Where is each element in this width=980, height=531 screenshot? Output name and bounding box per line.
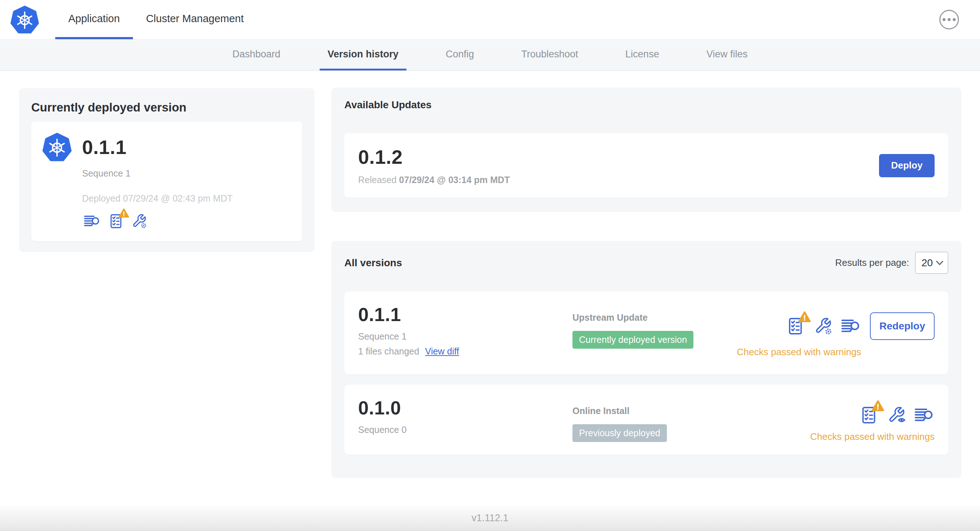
all-versions-title: All versions — [344, 257, 402, 269]
app-subnav: Dashboard Version history Config Trouble… — [0, 40, 980, 71]
tab-cluster-management[interactable]: Cluster Management — [133, 0, 257, 39]
results-per-page-label: Results per page: — [835, 257, 909, 269]
tab-application-label: Application — [68, 13, 120, 25]
redeploy-button[interactable]: Redeploy — [870, 312, 935, 340]
subnav-tab-view-files[interactable]: View files — [698, 40, 756, 70]
released-label: Released — [358, 175, 397, 185]
preflight-checks-icon[interactable] — [787, 317, 806, 335]
results-per-page-select[interactable]: 20 — [915, 252, 948, 274]
subnav-tab-config[interactable]: Config — [438, 40, 482, 70]
preflight-checks-icon[interactable] — [861, 406, 880, 424]
subnav-tab-config-label: Config — [446, 49, 474, 60]
version-row-middle: Upstream Update Currently deployed versi… — [573, 304, 737, 362]
row-action-icons — [787, 317, 861, 335]
version-row-0-1-0: 0.1.0 Sequence 0 Online Install Previous… — [344, 385, 948, 455]
preflight-status-text: Checks passed with warnings — [810, 431, 935, 442]
ellipsis-menu-button[interactable] — [939, 10, 959, 29]
available-update-card: 0.1.2 Released 07/29/24 @ 03:14 pm MDT D… — [344, 133, 948, 197]
row-action-icons — [861, 406, 935, 424]
results-per-page: Results per page: 20 — [835, 252, 948, 274]
version-row-0-1-1: 0.1.1 Sequence 1 1 files changed View di… — [344, 291, 948, 374]
row-files-line: 1 files changed View diff — [358, 346, 573, 357]
version-row-left: 0.1.0 Sequence 0 — [358, 397, 573, 442]
warning-triangle-icon — [118, 208, 129, 218]
row-sequence: Sequence 0 — [358, 424, 573, 435]
console-footer: v1.112.1 — [0, 505, 980, 531]
tab-cluster-management-label: Cluster Management — [146, 13, 244, 25]
all-versions-header: All versions Results per page: 20 — [344, 252, 948, 274]
deployed-sequence: Sequence 1 — [82, 168, 291, 179]
currently-deployed-title: Currently deployed version — [31, 100, 302, 114]
row-actions — [861, 406, 935, 424]
edit-config-icon[interactable] — [814, 317, 833, 335]
available-updates-panel: Available Updates 0.1.2 Released 07/29/2… — [331, 87, 961, 212]
kubernetes-app-icon — [42, 132, 72, 162]
row-version-number: 0.1.1 — [358, 304, 573, 326]
all-versions-panel: All versions Results per page: 20 0.1.1 … — [331, 241, 961, 478]
version-row-right: Redeploy Checks passed with warnings — [737, 304, 935, 362]
deployed-version-meta: Sequence 1 Deployed 07/29/24 @ 02:43 pm … — [82, 168, 291, 229]
row-version-number: 0.1.0 — [358, 397, 573, 419]
previously-deployed-badge: Previously deployed — [573, 424, 667, 442]
view-config-icon[interactable] — [888, 406, 906, 424]
subnav-tab-view-files-label: View files — [706, 49, 748, 60]
subnav-tab-version-history[interactable]: Version history — [320, 40, 406, 70]
currently-deployed-badge: Currently deployed version — [573, 331, 694, 349]
currently-deployed-card: 0.1.1 Sequence 1 Deployed 07/29/24 @ 02:… — [31, 122, 302, 241]
subnav-tab-version-history-label: Version history — [328, 49, 398, 60]
ellipsis-dot — [943, 18, 945, 21]
kubernetes-logo-icon — [10, 5, 39, 34]
subnav-tab-troubleshoot[interactable]: Troubleshoot — [513, 40, 586, 70]
view-logs-icon[interactable] — [841, 317, 861, 335]
tab-application[interactable]: Application — [55, 0, 133, 39]
right-column: Available Updates 0.1.2 Released 07/29/2… — [331, 87, 961, 478]
deployed-date: Deployed 07/29/24 @ 02:43 pm MDT — [82, 193, 291, 204]
subnav-tab-license-label: License — [625, 49, 659, 60]
warning-triangle-icon — [798, 311, 811, 323]
subnav-tab-dashboard-label: Dashboard — [232, 49, 280, 60]
preflight-checks-icon[interactable] — [109, 213, 125, 229]
version-row-middle: Online Install Previously deployed — [573, 397, 810, 442]
deployed-version-number: 0.1.1 — [82, 136, 127, 158]
row-actions: Redeploy — [787, 312, 935, 340]
update-version-number: 0.1.2 — [358, 146, 510, 168]
subnav-tab-license[interactable]: License — [617, 40, 667, 70]
top-bar: Application Cluster Management — [0, 0, 980, 40]
admin-console-page: Application Cluster Management Dashboard… — [0, 0, 980, 531]
version-row-right: Checks passed with warnings — [810, 397, 935, 442]
console-version: v1.112.1 — [471, 512, 509, 524]
warning-triangle-icon — [872, 400, 885, 412]
subnav-tab-dashboard[interactable]: Dashboard — [224, 40, 288, 70]
view-diff-link[interactable]: View diff — [425, 346, 459, 357]
ellipsis-dot — [948, 18, 951, 21]
chevron-down-icon — [936, 261, 943, 266]
deploy-button[interactable]: Deploy — [879, 154, 935, 177]
deployed-action-icons — [82, 213, 291, 229]
deployed-version-header: 0.1.1 — [42, 132, 291, 162]
view-logs-icon[interactable] — [82, 213, 102, 229]
currently-deployed-panel: Currently deployed version 0.1.1 Sequenc… — [19, 88, 315, 252]
row-source-label: Online Install — [573, 406, 810, 416]
available-updates-title: Available Updates — [344, 99, 948, 111]
update-released-line: Released 07/29/24 @ 03:14 pm MDT — [358, 175, 510, 185]
edit-config-icon[interactable] — [132, 213, 148, 229]
released-date: 07/29/24 @ 03:14 pm MDT — [399, 175, 510, 185]
ellipsis-dot — [953, 18, 956, 21]
row-source-label: Upstream Update — [573, 312, 737, 323]
results-per-page-value: 20 — [921, 257, 933, 269]
app-level-tabs: Application Cluster Management — [55, 0, 257, 39]
version-row-left: 0.1.1 Sequence 1 1 files changed View di… — [358, 304, 573, 362]
subnav-tab-troubleshoot-label: Troubleshoot — [521, 49, 578, 60]
update-info: 0.1.2 Released 07/29/24 @ 03:14 pm MDT — [358, 146, 510, 185]
preflight-status-text: Checks passed with warnings — [737, 347, 862, 358]
row-sequence: Sequence 1 — [358, 331, 573, 342]
files-changed-label: 1 files changed — [358, 346, 419, 357]
view-logs-icon[interactable] — [914, 406, 935, 424]
